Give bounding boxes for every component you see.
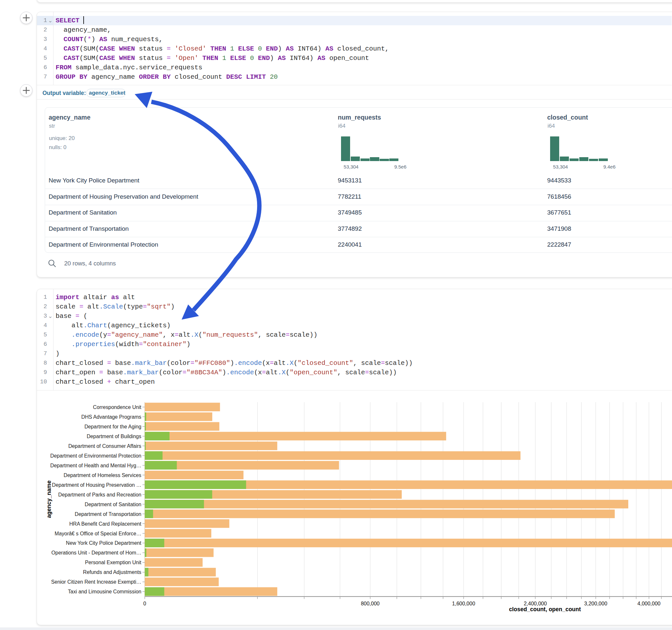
svg-text:Department of Buildings: Department of Buildings xyxy=(87,434,141,439)
svg-text:agency_name: agency_name xyxy=(46,480,52,518)
svg-text:Personal Exemption Unit: Personal Exemption Unit xyxy=(85,560,141,565)
svg-text:0: 0 xyxy=(143,601,146,606)
svg-text:Senior Citizen Rent Increase E: Senior Citizen Rent Increase Exempti… xyxy=(51,579,141,585)
svg-text:Refunds and Adjustments: Refunds and Adjustments xyxy=(83,570,141,575)
svg-text:2,400,000: 2,400,000 xyxy=(524,601,547,606)
svg-text:3,200,000: 3,200,000 xyxy=(584,601,607,606)
svg-text:Mayorâ€ s Office of Special En: Mayorâ€ s Office of Special Enforce… xyxy=(55,531,142,536)
svg-text:4,000,000: 4,000,000 xyxy=(637,601,660,606)
svg-text:Department of Health and Menta: Department of Health and Mental Hyg… xyxy=(50,463,141,468)
svg-text:New York City Police Departmen: New York City Police Department xyxy=(66,540,141,546)
svg-text:Department for the Aging: Department for the Aging xyxy=(84,424,141,429)
svg-text:closed_count, open_count: closed_count, open_count xyxy=(509,606,581,612)
svg-text:Taxi and Limousine Commission: Taxi and Limousine Commission xyxy=(68,589,141,595)
svg-text:800,000: 800,000 xyxy=(361,601,380,606)
svg-text:Operations Unit - Department o: Operations Unit - Department of Hom… xyxy=(51,550,141,555)
svg-text:1,600,000: 1,600,000 xyxy=(452,601,475,606)
svg-text:Department of Transportation: Department of Transportation xyxy=(75,511,141,517)
svg-text:Department of Housing Preserva: Department of Housing Preservation … xyxy=(52,482,141,488)
svg-text:Department of Consumer Affairs: Department of Consumer Affairs xyxy=(68,443,141,449)
svg-text:DHS Advantage Programs: DHS Advantage Programs xyxy=(81,414,141,420)
svg-text:Correspondence Unit: Correspondence Unit xyxy=(93,405,142,410)
svg-text:Department of Parks and Recrea: Department of Parks and Recreation xyxy=(58,492,141,498)
svg-text:Department of Sanitation: Department of Sanitation xyxy=(85,502,141,507)
svg-text:Department of Homeless Service: Department of Homeless Services xyxy=(64,472,141,478)
svg-text:Department of Environmental Pr: Department of Environmental Protection xyxy=(50,453,141,459)
svg-text:HRA Benefit Card Replacement: HRA Benefit Card Replacement xyxy=(69,521,142,527)
